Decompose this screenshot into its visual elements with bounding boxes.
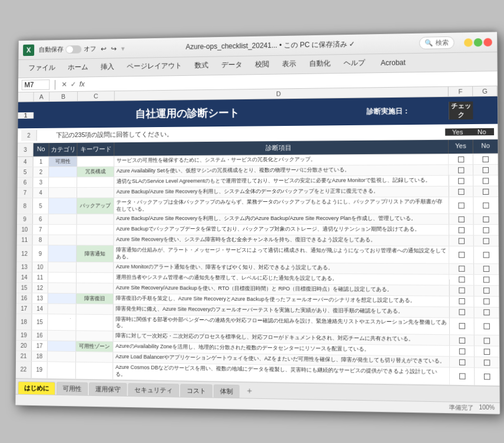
checkbox-yes-6[interactable] <box>458 227 464 233</box>
checkbox-no-14[interactable] <box>483 324 490 329</box>
checkbox-no-6[interactable] <box>483 227 489 233</box>
checkbox-yes-12[interactable] <box>459 298 465 304</box>
tab-file[interactable]: ファイル <box>23 59 61 78</box>
checkbox-yes-14[interactable] <box>459 323 465 329</box>
checkbox-no-2[interactable] <box>483 178 489 184</box>
checkbox-yes-3[interactable] <box>458 188 464 194</box>
cell-no-check-3[interactable] <box>473 186 498 196</box>
cell-yes-18[interactable] <box>450 368 475 385</box>
tab-view[interactable]: 表示 <box>276 55 302 74</box>
cell-yes-2[interactable] <box>449 175 474 185</box>
cell-yes-7[interactable] <box>449 236 474 246</box>
tab-acrobat[interactable]: Acrobat <box>374 54 412 71</box>
cell-yes-9[interactable] <box>449 264 474 274</box>
checkbox-no-17[interactable] <box>484 359 490 365</box>
tab-formula[interactable]: 数式 <box>189 56 214 75</box>
cell-no-check-16[interactable] <box>475 346 499 357</box>
cell-yes-1[interactable] <box>449 165 473 175</box>
tab-review[interactable]: 校閲 <box>249 56 275 74</box>
checkbox-yes-18[interactable] <box>459 373 466 379</box>
cell-yes-3[interactable] <box>449 186 474 196</box>
checkbox-no-18[interactable] <box>484 374 490 379</box>
tab-hajimeni[interactable]: はじめに <box>18 381 55 394</box>
cell-no-check-11[interactable] <box>474 285 499 296</box>
cell-no-check-4[interactable] <box>473 197 498 214</box>
redo-icon[interactable]: ↪ <box>111 44 117 52</box>
cell-no-check-12[interactable] <box>474 297 499 307</box>
cell-no-check-18[interactable] <box>475 368 499 385</box>
cell-no-check-2[interactable] <box>473 175 498 186</box>
cell-yes-0[interactable] <box>449 154 473 165</box>
tab-page-layout[interactable]: ページレイアウト <box>121 57 188 76</box>
add-sheet-button[interactable]: ＋ <box>241 383 258 398</box>
cell-yes-12[interactable] <box>450 296 475 307</box>
checkbox-yes-7[interactable] <box>458 238 464 244</box>
checkbox-yes-5[interactable] <box>458 216 464 222</box>
cell-yes-5[interactable] <box>449 214 474 224</box>
cell-no-check-13[interactable] <box>475 307 499 318</box>
tab-security[interactable]: セキュリティ <box>128 382 179 396</box>
checkbox-yes-16[interactable] <box>459 348 465 354</box>
checkbox-no-1[interactable] <box>483 166 489 172</box>
checkbox-yes-1[interactable] <box>457 167 463 173</box>
cell-yes-8[interactable] <box>449 247 474 263</box>
undo-icon[interactable]: ↩ <box>101 45 107 53</box>
checkbox-no-16[interactable] <box>484 348 490 354</box>
minimize-button[interactable] <box>464 38 473 46</box>
cell-yes-16[interactable] <box>450 346 475 357</box>
tab-cost[interactable]: コスト <box>180 384 213 397</box>
tab-automate[interactable]: 自動化 <box>303 55 336 74</box>
checkbox-no-15[interactable] <box>484 337 490 343</box>
formula-input[interactable] <box>88 78 494 84</box>
checkbox-yes-8[interactable] <box>458 252 464 258</box>
checkbox-yes-9[interactable] <box>458 266 464 272</box>
close-button[interactable] <box>483 38 492 46</box>
checkbox-yes-0[interactable] <box>457 156 463 162</box>
tab-availability[interactable]: 可用性 <box>57 381 88 395</box>
cell-no-check-7[interactable] <box>474 236 499 246</box>
checkbox-yes-11[interactable] <box>459 287 465 293</box>
checkbox-no-4[interactable] <box>483 202 489 208</box>
cell-yes-15[interactable] <box>450 335 475 345</box>
checkbox-no-11[interactable] <box>483 288 490 294</box>
search-box[interactable]: 🔍 検索 <box>419 36 455 49</box>
cell-no-check-17[interactable] <box>475 357 499 368</box>
cell-yes-10[interactable] <box>449 274 474 285</box>
checkbox-no-0[interactable] <box>482 156 489 162</box>
cell-no-check-6[interactable] <box>474 225 499 235</box>
tab-operations[interactable]: 運用保守 <box>89 382 127 395</box>
cell-yes-4[interactable] <box>449 197 474 214</box>
cell-yes-17[interactable] <box>450 357 475 367</box>
checkbox-no-12[interactable] <box>483 298 490 304</box>
cell-no-check-8[interactable] <box>474 247 499 263</box>
checkbox-yes-4[interactable] <box>458 202 464 208</box>
checkbox-no-7[interactable] <box>483 238 489 244</box>
cell-no-check-10[interactable] <box>474 275 499 285</box>
tab-insert[interactable]: 挿入 <box>95 58 120 76</box>
cell-no-check-14[interactable] <box>475 318 499 335</box>
cell-yes-13[interactable] <box>450 307 475 318</box>
checkbox-yes-2[interactable] <box>458 178 464 184</box>
checkbox-no-5[interactable] <box>483 216 489 222</box>
tab-structure[interactable]: 体制 <box>214 384 240 398</box>
cell-reference[interactable]: M7 <box>22 79 50 90</box>
checkbox-yes-15[interactable] <box>459 337 465 343</box>
tab-data[interactable]: データ <box>215 56 248 74</box>
checkbox-no-9[interactable] <box>483 266 490 272</box>
checkbox-no-13[interactable] <box>483 309 490 315</box>
checkbox-yes-10[interactable] <box>459 277 465 282</box>
checkbox-no-8[interactable] <box>483 252 490 258</box>
maximize-button[interactable] <box>474 38 483 46</box>
autosave-toggle[interactable] <box>65 45 81 53</box>
cell-no-check-15[interactable] <box>475 335 499 346</box>
cell-no-check-5[interactable] <box>473 214 498 224</box>
cell-no-check-1[interactable] <box>473 165 498 175</box>
cell-yes-11[interactable] <box>450 285 475 296</box>
cell-no-check-0[interactable] <box>473 154 498 164</box>
tab-home[interactable]: ホーム <box>62 59 94 77</box>
cell-yes-14[interactable] <box>450 318 475 335</box>
checkbox-yes-13[interactable] <box>459 309 465 315</box>
checkbox-no-3[interactable] <box>483 188 489 194</box>
cell-yes-6[interactable] <box>449 225 474 235</box>
tab-help[interactable]: ヘルプ <box>337 54 371 73</box>
